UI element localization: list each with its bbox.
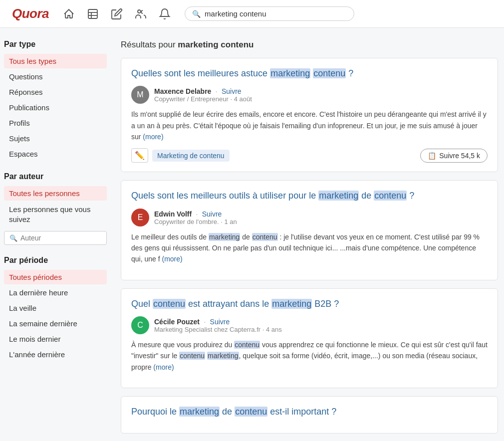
sidebar-item-espaces[interactable]: Espaces bbox=[4, 147, 107, 161]
result-text-q2: Le meilleur des outils de marketing de c… bbox=[131, 231, 488, 265]
sidebar-item-annee-derniere[interactable]: L'année dernière bbox=[4, 347, 107, 362]
hl-contenu-q2: contenu bbox=[252, 233, 278, 241]
sidebar-item-mois-dernier[interactable]: Le mois dernier bbox=[4, 332, 107, 346]
bell-icon[interactable] bbox=[159, 8, 171, 20]
topic-name-q1[interactable]: Marketing de contenu bbox=[152, 150, 230, 162]
hl-marketing-q3: marketing bbox=[207, 352, 239, 360]
svg-point-4 bbox=[138, 10, 141, 13]
author-row-q2: E Edwin Volff · Suivre Copywriter de l'o… bbox=[131, 209, 488, 226]
author-row-q3: C Cécile Pouzet · Suivre Marketing Speci… bbox=[131, 316, 488, 334]
avatar-q3: C bbox=[131, 316, 149, 334]
hl-contenu2-q3: contenu bbox=[179, 352, 205, 360]
follow-link-q2[interactable]: Suivre bbox=[202, 210, 222, 218]
sidebar-item-sujets[interactable]: Sujets bbox=[4, 131, 107, 146]
follow-link-q3[interactable]: Suivre bbox=[210, 318, 230, 326]
topic-icon-q1: ✏️ bbox=[131, 148, 148, 163]
par-auteur-title: Par auteur bbox=[4, 172, 107, 181]
sidebar-item-derniere-heure[interactable]: La dernière heure bbox=[4, 285, 107, 300]
hl-marketing-q2: marketing bbox=[209, 233, 240, 241]
main-content: Résultats pour marketing contenu Quelles… bbox=[115, 40, 504, 441]
sidebar-item-publications[interactable]: Publications bbox=[4, 100, 107, 115]
highlight-marketing-1: marketing bbox=[270, 68, 310, 78]
nav-icons bbox=[63, 8, 171, 20]
author-meta-q2: Copywriter de l'ombre. · 1 an bbox=[154, 218, 237, 225]
author-info-q2: Edwin Volff · Suivre Copywriter de l'omb… bbox=[154, 210, 237, 225]
author-search-box[interactable]: 🔍 bbox=[4, 231, 107, 245]
result-text-q1: Ils m'ont supplié de leur écrire des ema… bbox=[131, 109, 488, 142]
sidebar-item-personnes-suivies[interactable]: Les personnes que vous suivez bbox=[4, 202, 107, 227]
result-card-q2: Quels sont les meilleurs outils à utilis… bbox=[121, 180, 498, 280]
result-card-q1: Quelles sont les meilleures astuce marke… bbox=[121, 58, 498, 172]
sidebar: Par type Tous les types Questions Répons… bbox=[0, 40, 115, 441]
author-info-q1: Maxence Delabre · Suivre Copywriter / En… bbox=[154, 87, 252, 103]
result-card-q3: Quel contenu est attrayant dans le marke… bbox=[121, 288, 498, 388]
result-question-q3[interactable]: Quel contenu est attrayant dans le marke… bbox=[131, 298, 488, 310]
follow-topic-btn-q1[interactable]: 📋 Suivre 54,5 k bbox=[420, 149, 488, 163]
author-search-icon: 🔍 bbox=[9, 234, 17, 242]
avatar-q2: E bbox=[131, 209, 149, 226]
highlight-contenu-2: contenu bbox=[374, 191, 407, 201]
follow-btn-icon-q1: 📋 bbox=[428, 152, 436, 160]
page-wrapper: Par type Tous les types Questions Répons… bbox=[0, 28, 504, 441]
author-name-q3: Cécile Pouzet · Suivre bbox=[154, 317, 282, 326]
author-name-text-q3: Cécile Pouzet bbox=[154, 318, 200, 326]
author-name-text-q2: Edwin Volff bbox=[154, 210, 192, 218]
results-prefix: Résultats pour bbox=[121, 40, 178, 49]
topic-tag-q1: ✏️ Marketing de contenu bbox=[131, 148, 230, 163]
search-box[interactable]: 🔍 bbox=[185, 6, 354, 21]
people-icon[interactable] bbox=[135, 8, 147, 20]
more-link-q1[interactable]: (more) bbox=[143, 133, 163, 141]
more-link-q2[interactable]: (more) bbox=[162, 255, 183, 263]
author-search-input[interactable] bbox=[20, 234, 101, 242]
follow-count-q1: Suivre 54,5 k bbox=[439, 152, 480, 160]
quora-logo[interactable]: Quora bbox=[12, 6, 49, 21]
svg-rect-0 bbox=[88, 9, 97, 18]
sidebar-item-toutes-personnes[interactable]: Toutes les personnes bbox=[4, 186, 107, 201]
author-info-q3: Cécile Pouzet · Suivre Marketing Special… bbox=[154, 317, 282, 333]
feed-icon[interactable] bbox=[87, 8, 99, 20]
sidebar-item-questions[interactable]: Questions bbox=[4, 69, 107, 84]
home-icon[interactable] bbox=[63, 8, 75, 20]
results-query: marketing contenu bbox=[178, 40, 253, 49]
topic-row-q1: ✏️ Marketing de contenu 📋 Suivre 54,5 k bbox=[131, 148, 488, 163]
result-card-q4: Pourquoi le marketing de contenu est-il … bbox=[121, 396, 498, 434]
follow-link-q1[interactable]: Suivre bbox=[222, 87, 242, 95]
highlight-marketing-3: marketing bbox=[271, 299, 312, 309]
author-row-q1: M Maxence Delabre · Suivre Copywriter / … bbox=[131, 86, 488, 104]
result-question-q1[interactable]: Quelles sont les meilleures astuce marke… bbox=[131, 67, 488, 80]
highlight-marketing-4: marketing bbox=[179, 407, 220, 417]
author-name-q2: Edwin Volff · Suivre bbox=[154, 210, 237, 218]
highlight-contenu-4: contenu bbox=[235, 407, 267, 417]
author-name-text-q1: Maxence Delabre bbox=[154, 87, 211, 95]
edit-icon[interactable] bbox=[111, 8, 123, 20]
sidebar-item-profils[interactable]: Profils bbox=[4, 116, 107, 130]
avatar-q1: M bbox=[131, 86, 149, 104]
author-meta-q1: Copywriter / Entrepreneur · 4 août bbox=[154, 95, 252, 103]
sidebar-item-la-veille[interactable]: La veille bbox=[4, 301, 107, 315]
search-input[interactable] bbox=[205, 9, 347, 18]
result-question-q2[interactable]: Quels sont les meilleurs outils à utilis… bbox=[131, 190, 488, 202]
author-meta-q3: Marketing Specialist chez Capterra.fr · … bbox=[154, 326, 282, 333]
header: Quora bbox=[0, 0, 504, 28]
sidebar-item-semaine-derniere[interactable]: La semaine dernière bbox=[4, 316, 107, 331]
sidebar-item-tous-les-types[interactable]: Tous les types bbox=[4, 54, 107, 68]
result-question-q4[interactable]: Pourquoi le marketing de contenu est-il … bbox=[131, 406, 488, 418]
more-link-q3[interactable]: (more) bbox=[153, 363, 174, 371]
sidebar-item-toutes-periodes[interactable]: Toutes périodes bbox=[4, 270, 107, 284]
par-type-title: Par type bbox=[4, 40, 107, 49]
highlight-contenu-3: contenu bbox=[153, 299, 186, 309]
sidebar-item-reponses[interactable]: Réponses bbox=[4, 85, 107, 99]
highlight-marketing-2: marketing bbox=[318, 191, 359, 201]
results-title: Résultats pour marketing contenu bbox=[121, 40, 498, 50]
highlight-contenu-1: contenu bbox=[313, 68, 346, 78]
hl-contenu-q3: contenu bbox=[234, 341, 260, 349]
result-text-q3: À mesure que vous produirez du contenu v… bbox=[131, 339, 488, 373]
search-icon: 🔍 bbox=[192, 10, 201, 18]
par-periode-title: Par période bbox=[4, 256, 107, 265]
author-name-q1: Maxence Delabre · Suivre bbox=[154, 87, 252, 95]
